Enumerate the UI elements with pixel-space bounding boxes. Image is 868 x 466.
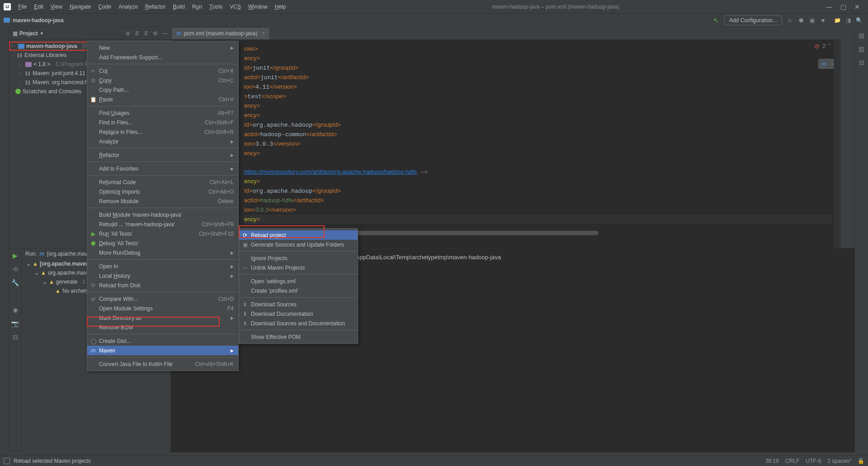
close-tab-icon[interactable]: × [262,30,265,37]
readonly-icon[interactable]: 🔓 [858,458,864,464]
paste-icon: 📋 [90,96,96,103]
ctx-optimize-imports[interactable]: Optimize ImportsCtrl+Alt+O [87,187,238,196]
select-open-file-icon[interactable]: ⊕ [126,30,130,37]
file-encoding[interactable]: UTF-8 [806,458,821,464]
ctx-find-in-files[interactable]: Find in Files...Ctrl+Shift+F [87,118,238,127]
ctx-run-tests[interactable]: ▶Run 'All Tests'Ctrl+Shift+F10 [87,229,238,238]
collapse-all-icon[interactable]: ⇵ [144,30,148,37]
sub-show-pom[interactable]: Show Effective POM [239,332,358,342]
menu-file[interactable]: FFileile [14,0,30,13]
menu-edit[interactable]: Edit [30,0,47,13]
ctx-find-usages[interactable]: Find UsagesAlt+F7 [87,108,238,118]
ctx-analyze[interactable]: Analyze▶ [87,137,238,146]
ctx-mark-directory[interactable]: Mark Directory as▶ [87,313,238,323]
close-icon[interactable]: ✕ [854,3,860,10]
ctx-more-run[interactable]: More Run/Debug▶ [87,248,238,257]
menu-analyze[interactable]: Analyze [115,0,142,13]
project-panel-title[interactable]: ▦Project▼ [13,30,44,37]
notifications-icon[interactable]: ▤ [859,32,864,39]
ctx-kotlin[interactable]: Convert Java File to Kotlin FileCtrl+Alt… [87,359,238,369]
ctx-debug-tests[interactable]: ⬢Debug 'All Tests' [87,238,238,248]
ctx-new[interactable]: New▶ [87,43,238,52]
gear-icon[interactable]: 🔧 [11,279,19,286]
ctx-maven[interactable]: mMaven▶ [87,346,238,355]
menu-refactor[interactable]: Refactor [142,0,169,13]
menu-code[interactable]: Code [94,0,115,13]
eye-icon[interactable]: ◉ [13,306,18,314]
menu-window[interactable]: Window [245,0,271,13]
menu-navigate[interactable]: Navigate [66,0,94,13]
run-icon[interactable]: ▶ [786,16,795,25]
diff-icon: ⇄ [90,296,96,302]
sub-ignore[interactable]: Ignore Projects [239,253,358,263]
camera-icon[interactable]: 📷 [11,320,19,327]
cut-icon: ✂ [90,68,96,74]
ctx-compare[interactable]: ⇄Compare With...Ctrl+D [87,294,238,304]
minimize-icon[interactable]: — [826,3,832,10]
reload-icon: ⟳ [242,232,248,238]
build-icon[interactable]: ↖ [712,16,721,25]
vcs-icon[interactable]: 📁 [833,16,842,25]
menu-tools[interactable]: Tools [206,0,226,13]
debug-icon[interactable]: ⬢ [797,16,806,25]
sub-create-profiles[interactable]: Create 'profiles.xml' [239,286,358,295]
indent[interactable]: 2 spaces* [827,458,851,464]
add-configuration-button[interactable]: Add Configuration... [724,15,782,25]
coverage-icon[interactable]: ▣ [807,16,816,25]
database-icon[interactable]: ▥ [859,45,864,52]
hide-icon[interactable]: — [162,30,168,37]
search-icon[interactable]: 🔍 [854,16,863,25]
ctx-favorites[interactable]: Add to Favorites▶ [87,164,238,173]
stop-icon[interactable]: ⟲ [13,266,18,273]
ctx-remove-bom[interactable]: Remove BOM [87,323,238,332]
ctx-create-gist[interactable]: ◯Create Gist... [87,336,238,346]
warn-icon: ▲ [49,279,54,285]
rerun-icon[interactable]: ▶ [13,252,18,259]
left-gutter [0,27,9,452]
settings-icon[interactable]: ⚙ [153,30,158,37]
sub-reload-project[interactable]: ⟳Reload project [239,230,358,240]
sub-unlink[interactable]: —Unlink Maven Projects [239,263,358,272]
ctx-reload-disk[interactable]: ⟳Reload from Disk [87,281,238,290]
menu-view[interactable]: View [47,0,66,13]
ctx-paste[interactable]: 📋PasteCtrl+V [87,95,238,104]
sub-download-both[interactable]: ⬇Download Sources and Documentation [239,319,358,328]
maven-tool-icon[interactable]: ⊟ [859,59,864,66]
library-icon [25,62,32,67]
sub-download-sources[interactable]: ⬇Download Sources [239,300,358,309]
ctx-refactor[interactable]: Refactor▶ [87,150,238,160]
expand-all-icon[interactable]: ⇵ [135,30,139,37]
menu-vcs[interactable]: VCS [226,0,245,13]
ctx-cut[interactable]: ✂CutCtrl+X [87,66,238,76]
breadcrumb[interactable]: maven-hadoop-java [4,17,64,24]
tool-window-icon[interactable] [4,458,10,464]
folder-icon: ▣ [242,242,248,248]
code-area[interactable]: cies> ency> Id>junit</groupId> actId>jun… [172,40,832,248]
ctx-add-framework[interactable]: Add Framework Support... [87,52,238,62]
ctx-copy-path[interactable]: Copy Path... [87,85,238,95]
sub-download-docs[interactable]: ⬇Download Documentation [239,309,358,319]
tab-pom[interactable]: m pom.xml (maven-hadoop-java) × [172,28,270,39]
sub-generate-sources[interactable]: ▣Generate Sources and Update Folders [239,240,358,249]
ctx-reformat[interactable]: Reformat CodeCtrl+Alt+L [87,177,238,187]
maximize-icon[interactable]: ▢ [840,3,846,10]
ctx-replace-in-files[interactable]: Replace in Files...Ctrl+Shift+R [87,127,238,137]
caret-position[interactable]: 39:18 [765,458,779,464]
ctx-copy[interactable]: ⧉CopyCtrl+C [87,76,238,85]
stop-icon[interactable]: ■ [818,16,827,25]
trash-icon[interactable]: ⊟ [13,333,18,341]
menu-help[interactable]: Help [271,0,290,13]
menu-run[interactable]: Run [189,0,206,13]
line-separator[interactable]: CRLF [785,458,799,464]
menu-build[interactable]: Build [169,0,189,13]
ctx-build-module[interactable]: Build Module 'maven-hadoop-java' [87,210,238,219]
sub-open-settings[interactable]: Open 'settings.xml' [239,276,358,286]
project-panel-header: ▦Project▼ ⊕ ⇵ ⇵ ⚙ — [9,27,171,40]
ctx-open-in[interactable]: Open In▶ [87,262,238,271]
ctx-remove-module[interactable]: Remove ModuleDelete [87,196,238,206]
ide-settings-icon[interactable]: ◨ [844,16,853,25]
copy-icon: ⧉ [90,77,96,84]
ctx-rebuild[interactable]: Rebuild ... 'maven-hadoop-java'Ctrl+Shif… [87,219,238,229]
ctx-open-module-settings[interactable]: Open Module SettingsF4 [87,304,238,313]
ctx-local-history[interactable]: Local History▶ [87,271,238,281]
